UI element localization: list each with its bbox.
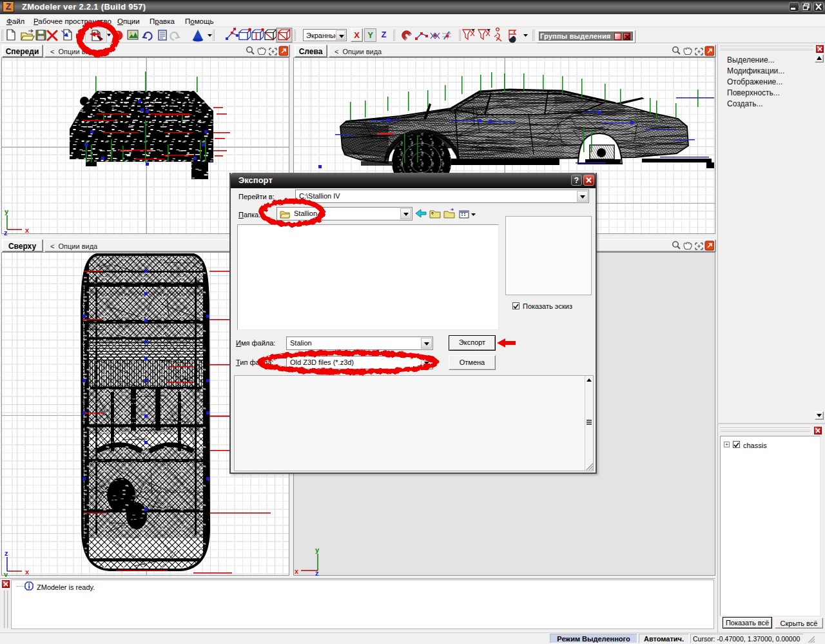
svg-text:x: x	[25, 226, 30, 234]
svg-text:z: z	[5, 549, 8, 557]
svg-text:z: z	[4, 229, 8, 235]
svg-text:y: y	[5, 208, 9, 215]
svg-text:x: x	[25, 568, 30, 576]
svg-text:y: y	[315, 546, 320, 554]
svg-text:x: x	[295, 567, 299, 575]
svg-text:z: z	[315, 569, 319, 576]
svg-text:y: y	[4, 571, 8, 577]
